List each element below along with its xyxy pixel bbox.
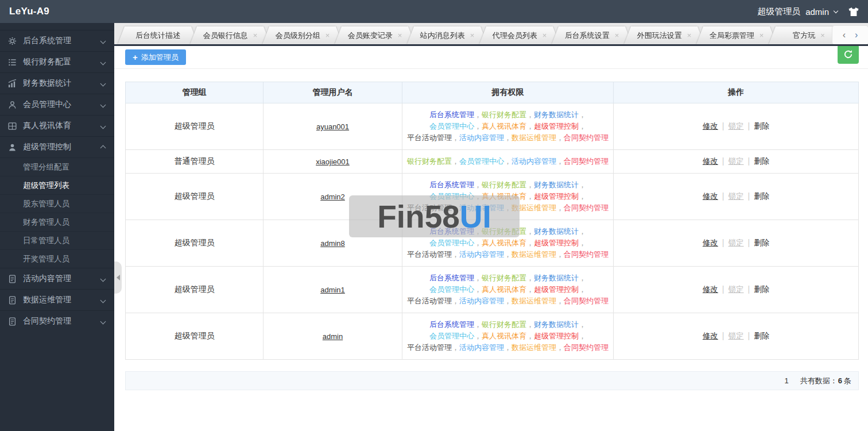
scroll-left-icon[interactable]: ‹ — [843, 30, 846, 40]
permission-label: 会员管理中心 — [429, 285, 474, 294]
permission-separator: ， — [452, 297, 459, 305]
refresh-button[interactable] — [838, 45, 859, 64]
tab-label: 后台统计描述 — [135, 30, 180, 41]
sidebar-subitem[interactable]: 管理分组配置 — [0, 157, 114, 176]
total-count: 6 — [838, 376, 842, 385]
close-icon[interactable]: × — [470, 32, 475, 39]
permission-separator: ， — [474, 274, 482, 282]
lock-link[interactable]: 锁定 — [728, 332, 744, 340]
action-separator: | — [722, 331, 724, 340]
username-link[interactable]: admin8 — [320, 239, 345, 248]
tabbar-underline — [114, 44, 868, 46]
actions-cell: 修改|锁定|删除 — [614, 103, 859, 150]
username-link[interactable]: admin — [323, 332, 343, 341]
sidebar-item-label: 银行财务配置 — [23, 57, 71, 67]
delete-link[interactable]: 删除 — [754, 122, 769, 130]
tab-label: 后台系统设置 — [565, 30, 610, 41]
edit-link[interactable]: 修改 — [703, 238, 718, 247]
total-label: 共有数据： — [800, 376, 838, 386]
sidebar-item[interactable]: 银行财务配置 — [0, 51, 114, 72]
sidebar-item[interactable]: 活动内容管理 — [0, 268, 114, 289]
document-icon — [8, 296, 18, 305]
close-icon[interactable]: × — [326, 32, 330, 39]
permission-separator: ， — [526, 320, 534, 329]
delete-link[interactable]: 删除 — [754, 192, 769, 201]
permission-label: 财务数据统计 — [534, 180, 579, 189]
username-cell: admin1 — [264, 267, 402, 313]
sidebar-item[interactable]: 合同契约管理 — [0, 310, 114, 332]
edit-link[interactable]: 修改 — [703, 332, 718, 340]
sidebar-item[interactable]: 超级管理控制 — [0, 136, 114, 157]
action-separator: | — [748, 331, 750, 340]
close-icon[interactable]: × — [687, 32, 692, 39]
sidebar-item[interactable]: 会员管理中心 — [0, 94, 114, 115]
close-icon[interactable]: × — [253, 32, 258, 39]
lock-link[interactable]: 锁定 — [728, 157, 744, 166]
permission-separator: ， — [526, 285, 534, 294]
sidebar-item[interactable]: 财务数据统计 — [0, 72, 114, 94]
close-icon[interactable]: × — [820, 32, 825, 39]
lock-link[interactable]: 锁定 — [728, 285, 744, 294]
delete-link[interactable]: 删除 — [754, 285, 769, 294]
permission-separator: ， — [474, 110, 482, 119]
tab[interactable]: 后台系统设置× — [552, 26, 632, 44]
sidebar-item-label: 超级管理控制 — [23, 142, 71, 152]
lock-link[interactable]: 锁定 — [728, 238, 744, 247]
scroll-right-icon[interactable]: › — [855, 30, 858, 40]
sidebar-item[interactable]: 后台系统管理 — [0, 30, 114, 51]
sidebar-collapse-handle[interactable] — [114, 261, 122, 294]
permission-label: 超级管理控制 — [534, 238, 579, 247]
close-icon[interactable]: × — [760, 32, 764, 39]
delete-link[interactable]: 删除 — [754, 332, 769, 340]
lock-link[interactable]: 锁定 — [728, 192, 744, 201]
sidebar-subitem[interactable]: 超级管理列表 — [0, 176, 114, 194]
table-row: 超级管理员admin后台系统管理，银行财务配置，财务数据统计，会员管理中心，真人… — [126, 313, 859, 360]
chevron-down-icon — [100, 59, 106, 65]
group-cell: 超级管理员 — [126, 174, 264, 220]
action-separator: | — [748, 284, 750, 294]
sidebar-subitem[interactable]: 财务管理人员 — [0, 213, 114, 231]
tab[interactable]: 会员级别分组× — [262, 26, 343, 44]
username-link[interactable]: admin2 — [320, 193, 345, 201]
permission-separator: ， — [526, 227, 534, 236]
sidebar-subitem[interactable]: 股东管理人员 — [0, 194, 114, 213]
edit-link[interactable]: 修改 — [703, 192, 718, 201]
delete-link[interactable]: 删除 — [754, 157, 769, 166]
lock-link[interactable]: 锁定 — [728, 122, 744, 130]
sidebar-subitem[interactable]: 日常管理人员 — [0, 231, 114, 249]
total-unit: 条 — [844, 376, 851, 386]
close-icon[interactable]: × — [398, 32, 402, 39]
sidebar-item[interactable]: 真人视讯体育 — [0, 115, 114, 136]
tab[interactable]: 外围玩法设置× — [624, 26, 704, 44]
close-icon[interactable]: × — [542, 32, 547, 39]
edit-link[interactable]: 修改 — [703, 285, 718, 294]
edit-link[interactable]: 修改 — [703, 157, 718, 166]
tshirt-theme-icon[interactable] — [848, 7, 859, 16]
close-icon[interactable]: × — [615, 32, 619, 39]
action-separator: | — [722, 284, 724, 294]
permission-separator: ， — [579, 122, 586, 130]
tab[interactable]: 代理会员列表× — [479, 26, 560, 44]
edit-link[interactable]: 修改 — [703, 122, 718, 130]
chart-icon — [8, 79, 18, 88]
user-menu[interactable]: 超级管理员 admin — [757, 6, 859, 17]
add-admin-button[interactable]: + 添加管理员 — [125, 49, 186, 65]
sidebar-subitem[interactable]: 开奖管理人员 — [0, 249, 114, 268]
permission-separator: ， — [579, 320, 586, 329]
page-number[interactable]: 1 — [785, 376, 789, 385]
delete-link[interactable]: 删除 — [754, 238, 769, 247]
permission-label: 银行财务配置 — [482, 320, 526, 329]
username-link[interactable]: xiaojie001 — [316, 157, 350, 166]
tab[interactable]: 全局彩票管理× — [696, 26, 777, 44]
username-link[interactable]: admin1 — [320, 286, 345, 294]
tab[interactable]: 站内消息列表× — [407, 26, 487, 44]
permission-label: 平台活动管理 — [407, 297, 452, 305]
sidebar-item-label: 会员管理中心 — [23, 99, 71, 110]
username-link[interactable]: ayuan001 — [316, 122, 349, 131]
sidebar-item-label: 财务数据统计 — [23, 78, 71, 88]
tab[interactable]: 后台统计描述 — [118, 26, 198, 44]
tab[interactable]: 会员银行信息× — [190, 26, 270, 44]
username-cell: xiaojie001 — [264, 150, 402, 174]
tab[interactable]: 会员账变记录× — [335, 26, 415, 44]
sidebar-item[interactable]: 数据运维管理 — [0, 289, 114, 310]
